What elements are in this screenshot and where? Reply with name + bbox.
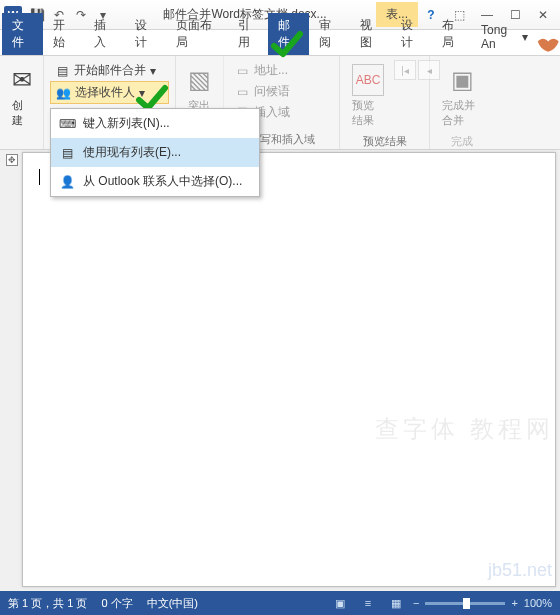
table-move-handle[interactable]: ✥ [6,154,18,166]
group-label-preview: 预览结果 [346,132,423,149]
keyboard-icon: ⌨ [59,116,75,132]
list-icon: ▤ [59,145,75,161]
use-existing-label: 使用现有列表(E)... [83,144,181,161]
greeting-icon: ▭ [234,84,250,100]
status-page[interactable]: 第 1 页，共 1 页 [8,596,87,611]
zoom-thumb[interactable] [463,598,470,609]
zoom-plus[interactable]: + [511,597,517,609]
zoom-minus[interactable]: − [413,597,419,609]
zoom-slider[interactable] [425,602,505,605]
group-label-finish: 完成 [436,132,488,149]
user-label: Tong An [481,23,518,51]
group-create: ✉ 创建 [0,56,44,149]
tab-references[interactable]: 引用 [228,13,269,55]
create-label: 创建 [12,98,31,128]
handshake-icon [536,33,560,55]
type-new-label: 键入新列表(N)... [83,115,170,132]
tab-table-design[interactable]: 设计 [391,13,432,55]
dropdown-item-type-new-list[interactable]: ⌨ 键入新列表(N)... [51,109,259,138]
status-bar: 第 1 页，共 1 页 0 个字 中文(中国) ▣ ≡ ▦ − + 100% [0,591,560,615]
address-block-button[interactable]: ▭ 地址... [230,60,333,81]
document-canvas[interactable] [22,152,556,587]
greeting-label: 问候语 [254,83,290,100]
text-cursor [39,169,40,185]
view-web-button[interactable]: ▦ [385,594,407,612]
status-word-count[interactable]: 0 个字 [101,596,132,611]
document-icon: ▤ [54,63,70,79]
tab-insert[interactable]: 插入 [84,13,125,55]
finish-icon: ▣ [446,64,478,96]
finish-label: 完成并合并 [442,98,482,128]
view-print-button[interactable]: ≡ [357,594,379,612]
tab-page-layout[interactable]: 页面布局 [166,13,228,55]
address-label: 地址... [254,62,288,79]
tab-table-layout[interactable]: 布局 [432,13,473,55]
first-record-button[interactable]: |◂ [394,60,416,80]
start-merge-label: 开始邮件合并 [74,62,146,79]
preview-label: 预览结果 [352,98,384,128]
people-icon: 👥 [55,85,71,101]
envelope-icon: ✉ [6,64,38,96]
dropdown-item-use-existing-list[interactable]: ▤ 使用现有列表(E)... [51,138,259,167]
zoom-level[interactable]: 100% [524,597,552,609]
account-name[interactable]: Tong An ▾ [473,19,536,55]
tab-home[interactable]: 开始 [43,13,84,55]
start-mail-merge-button[interactable]: ▤ 开始邮件合并 ▾ [50,60,169,81]
create-button[interactable]: ✉ 创建 [6,60,37,132]
tab-file[interactable]: 文件 [2,13,43,55]
tab-view[interactable]: 视图 [350,13,391,55]
outlook-icon: 👤 [59,174,75,190]
watermark-text-2: jb51.net [488,560,552,581]
tab-design[interactable]: 设计 [125,13,166,55]
tab-review[interactable]: 审阅 [309,13,350,55]
watermark-text-1: 查字体 教程网 [375,413,554,445]
abc-icon: ABC [352,64,384,96]
select-recipients-dropdown: ⌨ 键入新列表(N)... ▤ 使用现有列表(E)... 👤 从 Outlook… [50,108,260,197]
status-language[interactable]: 中文(中国) [147,596,198,611]
finish-merge-button[interactable]: ▣ 完成并合并 [436,60,488,132]
view-read-button[interactable]: ▣ [329,594,351,612]
highlight-icon: ▧ [184,64,216,96]
group-finish: ▣ 完成并合并 完成 [430,56,494,149]
dropdown-item-from-outlook[interactable]: 👤 从 Outlook 联系人中选择(O)... [51,167,259,196]
preview-results-button[interactable]: ABC 预览结果 [346,60,390,132]
annotation-check-1 [270,30,304,60]
select-recipients-label: 选择收件人 [75,84,135,101]
from-outlook-label: 从 Outlook 联系人中选择(O)... [83,173,242,190]
greeting-line-button[interactable]: ▭ 问候语 [230,81,333,102]
group-preview: ABC 预览结果 |◂ ◂ 预览结果 [340,56,430,149]
address-icon: ▭ [234,63,250,79]
